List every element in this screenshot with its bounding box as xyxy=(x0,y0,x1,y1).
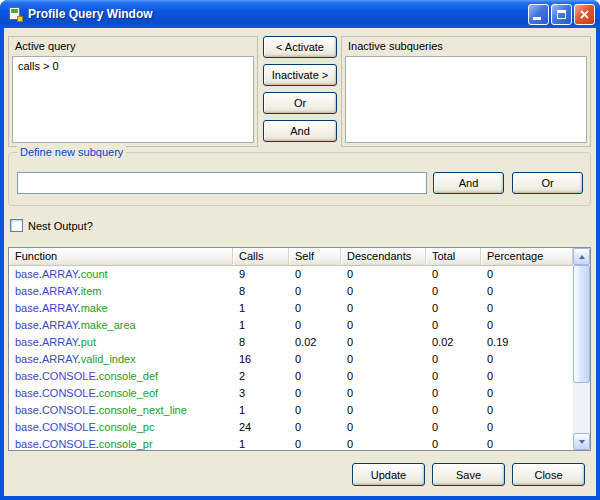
column-header-total[interactable]: Total xyxy=(426,248,481,266)
window-controls xyxy=(528,4,595,25)
profile-query-window: Profile Query Window Active query calls … xyxy=(0,0,600,500)
inactive-subqueries-panel: Inactive subqueries xyxy=(341,36,591,147)
results-table: FunctionCallsSelfDescendantsTotalPercent… xyxy=(8,247,591,451)
arrow-down-icon xyxy=(579,440,585,444)
percentage-value: 0 xyxy=(481,368,573,385)
calls-value: 8 xyxy=(233,283,289,300)
total-value: 0 xyxy=(426,283,481,300)
calls-value: 1 xyxy=(233,402,289,419)
descendants-value: 0 xyxy=(341,385,426,402)
total-value: 0 xyxy=(426,351,481,368)
window-icon[interactable] xyxy=(7,6,23,22)
table-row[interactable]: base.ARRAY.item80000 xyxy=(9,283,573,300)
self-value: 0.02 xyxy=(289,334,341,351)
transfer-buttons: < Activate Inactivate > Or And xyxy=(263,36,337,148)
calls-value: 8 xyxy=(233,334,289,351)
function-name: base.CONSOLE.console_next_line xyxy=(9,402,233,419)
self-value: 0 xyxy=(289,436,341,450)
dialog-content: Active query calls > 0 < Activate Inacti… xyxy=(4,28,596,496)
total-value: 0 xyxy=(426,300,481,317)
calls-value: 2 xyxy=(233,368,289,385)
table-row[interactable]: base.CONSOLE.console_pc240000 xyxy=(9,419,573,436)
column-header-calls[interactable]: Calls xyxy=(233,248,289,266)
nest-output-label: Nest Output? xyxy=(28,220,93,232)
inactivate-button[interactable]: Inactivate > xyxy=(263,64,337,86)
descendants-value: 0 xyxy=(341,368,426,385)
self-value: 0 xyxy=(289,317,341,334)
self-value: 0 xyxy=(289,283,341,300)
close-action-button[interactable]: Close xyxy=(512,463,585,486)
subquery-input[interactable] xyxy=(17,172,427,194)
action-button-row: Update Save Close xyxy=(4,463,596,486)
function-name: base.CONSOLE.console_def xyxy=(9,368,233,385)
nest-output-checkbox[interactable] xyxy=(10,219,23,232)
percentage-value: 0 xyxy=(481,266,573,283)
descendants-value: 0 xyxy=(341,266,426,283)
close-icon xyxy=(579,9,590,20)
active-query-item[interactable]: calls > 0 xyxy=(13,57,253,75)
minimize-icon xyxy=(533,17,541,20)
vertical-scrollbar[interactable] xyxy=(573,248,590,450)
inactive-subqueries-list[interactable] xyxy=(345,56,587,143)
and-subquery-button[interactable]: And xyxy=(433,172,504,194)
table-header: FunctionCallsSelfDescendantsTotalPercent… xyxy=(9,248,573,266)
column-header-descendants[interactable]: Descendants xyxy=(341,248,426,266)
title-bar[interactable]: Profile Query Window xyxy=(0,0,600,28)
calls-value: 24 xyxy=(233,419,289,436)
table-row[interactable]: base.ARRAY.make_area10000 xyxy=(9,317,573,334)
table-row[interactable]: base.CONSOLE.console_eof30000 xyxy=(9,385,573,402)
active-query-list[interactable]: calls > 0 xyxy=(12,56,254,143)
column-header-percentage[interactable]: Percentage xyxy=(481,248,573,266)
descendants-value: 0 xyxy=(341,419,426,436)
scroll-up-button[interactable] xyxy=(573,248,590,265)
define-subquery-label: Define new subquery xyxy=(17,146,126,158)
self-value: 0 xyxy=(289,300,341,317)
percentage-value: 0 xyxy=(481,402,573,419)
self-value: 0 xyxy=(289,385,341,402)
total-value: 0 xyxy=(426,266,481,283)
percentage-value: 0 xyxy=(481,419,573,436)
and-transfer-button[interactable]: And xyxy=(263,120,337,142)
percentage-value: 0 xyxy=(481,300,573,317)
table-row[interactable]: base.ARRAY.valid_index160000 xyxy=(9,351,573,368)
table-row[interactable]: base.ARRAY.count90000 xyxy=(9,266,573,283)
scroll-down-button[interactable] xyxy=(573,433,590,450)
activate-button[interactable]: < Activate xyxy=(263,36,337,58)
calls-value: 3 xyxy=(233,385,289,402)
table-row[interactable]: base.CONSOLE.console_next_line10000 xyxy=(9,402,573,419)
function-name: base.ARRAY.count xyxy=(9,266,233,283)
descendants-value: 0 xyxy=(341,436,426,450)
calls-value: 1 xyxy=(233,317,289,334)
or-transfer-button[interactable]: Or xyxy=(263,92,337,114)
table-row[interactable]: base.CONSOLE.console_pr10000 xyxy=(9,436,573,450)
table-row[interactable]: base.CONSOLE.console_def20000 xyxy=(9,368,573,385)
maximize-button[interactable] xyxy=(551,4,572,25)
function-name: base.CONSOLE.console_pc xyxy=(9,419,233,436)
table-row[interactable]: base.ARRAY.put80.0200.020.19 xyxy=(9,334,573,351)
document-icon-accent xyxy=(11,9,18,13)
percentage-value: 0 xyxy=(481,436,573,450)
percentage-value: 0.19 xyxy=(481,334,573,351)
total-value: 0 xyxy=(426,317,481,334)
total-value: 0 xyxy=(426,436,481,450)
function-name: base.ARRAY.make_area xyxy=(9,317,233,334)
function-name: base.ARRAY.item xyxy=(9,283,233,300)
update-button[interactable]: Update xyxy=(352,463,425,486)
column-header-self[interactable]: Self xyxy=(289,248,341,266)
column-header-function[interactable]: Function xyxy=(9,248,233,266)
scrollbar-thumb[interactable] xyxy=(573,265,590,383)
or-subquery-button[interactable]: Or xyxy=(512,172,583,194)
calls-value: 16 xyxy=(233,351,289,368)
save-button[interactable]: Save xyxy=(432,463,505,486)
function-name: base.CONSOLE.console_pr xyxy=(9,436,233,450)
calls-value: 1 xyxy=(233,300,289,317)
close-button[interactable] xyxy=(574,4,595,25)
total-value: 0.02 xyxy=(426,334,481,351)
table-row[interactable]: base.ARRAY.make10000 xyxy=(9,300,573,317)
total-value: 0 xyxy=(426,402,481,419)
active-query-label: Active query xyxy=(9,37,257,55)
minimize-button[interactable] xyxy=(528,4,549,25)
percentage-value: 0 xyxy=(481,283,573,300)
arrow-up-icon xyxy=(579,255,585,259)
window-title: Profile Query Window xyxy=(28,7,528,21)
